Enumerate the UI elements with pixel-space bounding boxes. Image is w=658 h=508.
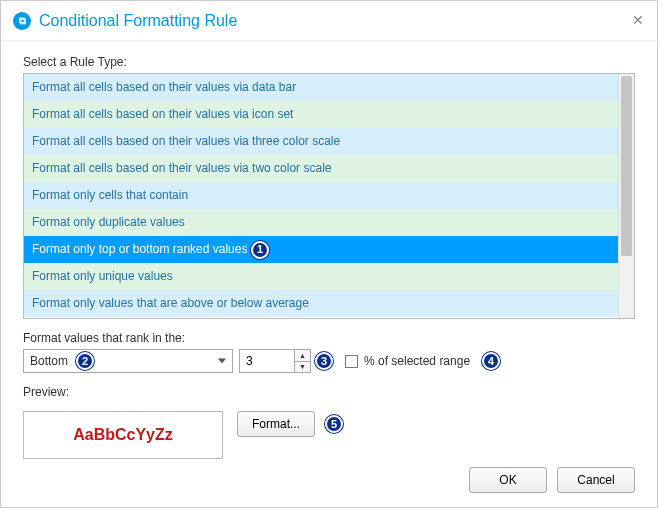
dialog-footer: OK Cancel bbox=[469, 467, 635, 493]
rule-type-item[interactable]: Format only values that are above or bel… bbox=[24, 290, 618, 317]
annotation-badge-2: 2 bbox=[76, 352, 94, 370]
ok-button[interactable]: OK bbox=[469, 467, 547, 493]
rank-direction-dropdown[interactable]: Bottom 2 bbox=[23, 349, 233, 373]
rule-type-item-label: Format only top or bottom ranked values bbox=[32, 242, 247, 256]
preview-sample: AaBbCcYyZz bbox=[23, 411, 223, 459]
rule-type-item[interactable]: Format all cells based on their values v… bbox=[24, 101, 618, 128]
preview-label: Preview: bbox=[23, 385, 635, 399]
checkbox-box[interactable] bbox=[345, 355, 358, 368]
annotation-badge-5: 5 bbox=[325, 415, 343, 433]
percent-of-range-label: % of selected range bbox=[364, 354, 470, 368]
rule-type-item[interactable]: Format all cells based on their values v… bbox=[24, 128, 618, 155]
format-values-rank-label: Format values that rank in the: bbox=[23, 331, 635, 345]
listbox-scrollbar[interactable] bbox=[618, 74, 634, 318]
rank-controls-row: Bottom 2 ▲ ▼ 3 % of selected range 4 bbox=[23, 349, 635, 373]
app-icon: ⧉ bbox=[13, 12, 31, 30]
rule-type-item[interactable]: Format all cells based on their values v… bbox=[24, 74, 618, 101]
chevron-down-icon bbox=[218, 359, 226, 364]
cancel-button[interactable]: Cancel bbox=[557, 467, 635, 493]
rank-count-input[interactable] bbox=[239, 349, 295, 373]
annotation-badge-3: 3 bbox=[315, 352, 333, 370]
scrollbar-thumb[interactable] bbox=[621, 76, 632, 256]
caret-up-icon: ▲ bbox=[299, 352, 306, 359]
dialog-content: Select a Rule Type: Format all cells bas… bbox=[1, 41, 657, 469]
titlebar: ⧉ Conditional Formatting Rule ✕ bbox=[1, 1, 657, 41]
annotation-badge-1: 1 bbox=[251, 241, 269, 259]
spinner-up-button[interactable]: ▲ bbox=[295, 350, 310, 361]
percent-of-range-checkbox[interactable]: % of selected range bbox=[345, 354, 470, 368]
rank-direction-value: Bottom bbox=[30, 354, 68, 368]
rule-type-item[interactable]: Format only duplicate values bbox=[24, 209, 618, 236]
rule-type-list: Format all cells based on their values v… bbox=[24, 74, 618, 318]
spinner-buttons: ▲ ▼ bbox=[295, 349, 311, 373]
rule-type-item-selected[interactable]: Format only top or bottom ranked values … bbox=[24, 236, 618, 263]
select-rule-type-label: Select a Rule Type: bbox=[23, 55, 635, 69]
close-button[interactable]: ✕ bbox=[629, 11, 647, 29]
preview-row: AaBbCcYyZz Format... 5 bbox=[23, 411, 635, 459]
format-button[interactable]: Format... bbox=[237, 411, 315, 437]
rule-type-item[interactable]: Format only cells that contain bbox=[24, 182, 618, 209]
rule-type-listbox[interactable]: Format all cells based on their values v… bbox=[23, 73, 635, 319]
rule-type-item[interactable]: Format only unique values bbox=[24, 263, 618, 290]
caret-down-icon: ▼ bbox=[299, 363, 306, 370]
conditional-formatting-dialog: ⧉ Conditional Formatting Rule ✕ Select a… bbox=[0, 0, 658, 508]
dialog-title: Conditional Formatting Rule bbox=[39, 12, 237, 30]
spinner-down-button[interactable]: ▼ bbox=[295, 361, 310, 373]
rank-count-spinner[interactable]: ▲ ▼ bbox=[239, 349, 311, 373]
annotation-badge-4: 4 bbox=[482, 352, 500, 370]
rule-type-item[interactable]: Format all cells based on their values v… bbox=[24, 155, 618, 182]
